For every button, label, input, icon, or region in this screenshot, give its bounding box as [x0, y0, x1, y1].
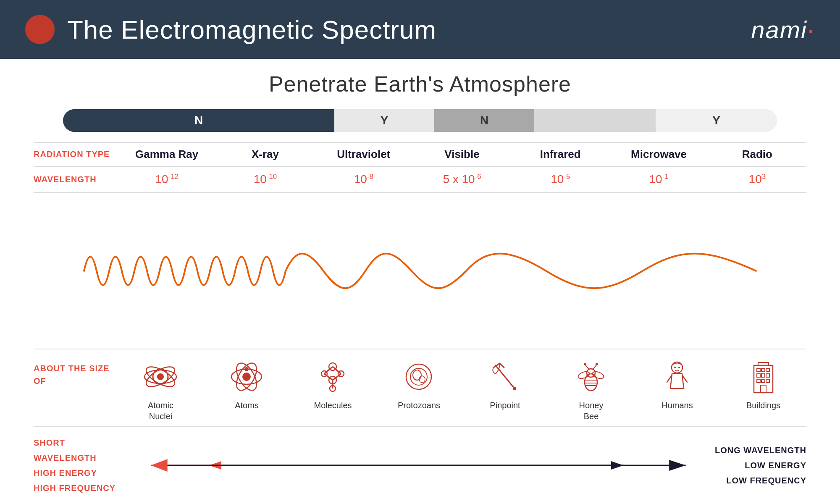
svg-point-9 [244, 367, 249, 371]
arrow-left-line3: HIGH FREQUENCY [34, 480, 118, 496]
arrow-right-labels: LONG WAVELENGTH LOW ENERGY LOW FREQUENCY [715, 443, 806, 488]
rad-infrared: Infrared [511, 148, 609, 161]
humans-icon [659, 358, 696, 396]
atm-segment-y1: Y [334, 109, 434, 132]
svg-rect-53 [761, 379, 765, 383]
size-label-honey-bee: HoneyBee [579, 400, 604, 422]
arrow-row: SHORT WAVELENGTH HIGH ENERGY HIGH FREQUE… [34, 426, 806, 504]
wave-svg [63, 239, 777, 302]
size-label-atoms: Atoms [235, 400, 259, 411]
svg-point-38 [596, 363, 598, 365]
svg-point-27 [513, 387, 516, 390]
logo-dot: · [807, 16, 815, 43]
svg-point-40 [674, 367, 676, 368]
arrow-line-svg [126, 455, 706, 476]
arrow-left-labels: SHORT WAVELENGTH HIGH ENERGY HIGH FREQUE… [34, 435, 118, 496]
atmosphere-bar-container: N Y N Y [34, 109, 806, 132]
svg-rect-46 [757, 368, 760, 372]
svg-point-23 [419, 376, 425, 383]
size-label-humans: Humans [662, 400, 693, 411]
size-label-buildings: Buildings [746, 400, 780, 411]
wavelength-values: 10-12 10-10 10-8 5 x 10-6 10-5 10-1 103 [118, 173, 806, 186]
size-label-atomic-nuclei: AtomicNuclei [148, 400, 173, 422]
header: The Electromagnetic Spectrum nami· [0, 0, 840, 59]
size-item-atoms: Atoms [204, 358, 290, 411]
arrow-line [126, 455, 706, 476]
svg-rect-49 [757, 374, 760, 377]
arrow-right-line2: LOW ENERGY [715, 458, 806, 473]
wave-container [34, 192, 806, 349]
header-left: The Electromagnetic Spectrum [25, 15, 436, 45]
svg-rect-54 [766, 379, 769, 383]
arrow-left-line2: HIGH ENERGY [34, 465, 118, 480]
rad-visible: Visible [413, 148, 511, 161]
svg-point-37 [584, 363, 586, 365]
svg-line-26 [500, 363, 504, 368]
wl-5: 10-5 [511, 173, 609, 186]
page-title: The Electromagnetic Spectrum [67, 15, 436, 45]
rad-radio: Radio [708, 148, 806, 161]
wl-1: 10-12 [118, 173, 216, 186]
atm-segment-partial [534, 109, 656, 132]
arrow-right-line3: LOW FREQUENCY [715, 473, 806, 488]
protozoans-icon [400, 358, 438, 396]
atomic-nuclei-icon [142, 358, 180, 396]
atm-segment-n1: N [63, 109, 334, 132]
size-row: ABOUT THE SIZE OF AtomicNuclei [34, 349, 806, 426]
wl-3: 10-8 [315, 173, 413, 186]
atmosphere-bar: N Y N Y [63, 109, 777, 132]
svg-point-28 [585, 374, 597, 391]
buildings-icon [745, 358, 782, 396]
honey-bee-icon [572, 358, 610, 396]
size-label: ABOUT THE SIZE OF [34, 358, 118, 387]
arrow-left-line1: SHORT WAVELENGTH [34, 435, 118, 465]
svg-rect-51 [766, 374, 769, 377]
wl-6: 10-1 [609, 173, 708, 186]
size-item-honey-bee: HoneyBee [548, 358, 634, 422]
svg-point-39 [672, 362, 682, 373]
svg-point-1 [157, 373, 164, 380]
size-label-pinpoint: Pinpoint [490, 400, 520, 411]
svg-rect-47 [761, 368, 765, 372]
svg-rect-55 [761, 385, 766, 393]
radiation-row: RADIATION TYPE Gamma Ray X-ray Ultraviol… [34, 142, 806, 166]
wl-4: 5 x 10-6 [413, 173, 511, 186]
header-circle-icon [25, 15, 55, 44]
radiation-label: RADIATION TYPE [34, 150, 118, 159]
arrow-right-line1: LONG WAVELENGTH [715, 443, 806, 458]
rad-gamma: Gamma Ray [118, 148, 216, 161]
svg-rect-48 [766, 368, 769, 372]
radiation-types: Gamma Ray X-ray Ultraviolet Visible Infr… [118, 148, 806, 161]
wavelength-label: WAVELENGTH [34, 175, 118, 184]
svg-point-33 [577, 370, 590, 380]
rad-uv: Ultraviolet [315, 148, 413, 161]
main-content: Penetrate Earth's Atmosphere N Y N Y RAD… [0, 59, 840, 504]
atmosphere-title: Penetrate Earth's Atmosphere [34, 71, 806, 97]
svg-point-34 [591, 370, 604, 380]
svg-point-5 [242, 373, 251, 381]
wavelength-row: WAVELENGTH 10-12 10-10 10-8 5 x 10-6 10-… [34, 166, 806, 192]
svg-point-41 [678, 367, 680, 368]
size-label-molecules: Molecules [314, 400, 352, 411]
size-item-protozoans: Protozoans [376, 358, 462, 411]
svg-marker-64 [669, 460, 685, 471]
size-icons: AtomicNuclei Atoms [118, 358, 806, 422]
rad-xray: X-ray [216, 148, 314, 161]
atm-segment-y2: Y [656, 109, 777, 132]
svg-rect-52 [757, 379, 760, 383]
size-item-pinpoint: Pinpoint [462, 358, 548, 411]
wl-2: 10-10 [216, 173, 314, 186]
svg-point-22 [413, 370, 421, 380]
size-item-atomic-nuclei: AtomicNuclei [118, 358, 204, 422]
size-item-buildings: Buildings [720, 358, 806, 411]
molecules-icon [314, 358, 352, 396]
pinpoint-icon [486, 358, 524, 396]
svg-rect-50 [761, 374, 765, 377]
size-label-protozoans: Protozoans [398, 400, 440, 411]
size-item-molecules: Molecules [290, 358, 376, 411]
wl-7: 103 [708, 173, 806, 186]
size-item-humans: Humans [634, 358, 720, 411]
atoms-icon [228, 358, 266, 396]
atm-segment-n2: N [434, 109, 534, 132]
rad-microwave: Microwave [609, 148, 708, 161]
